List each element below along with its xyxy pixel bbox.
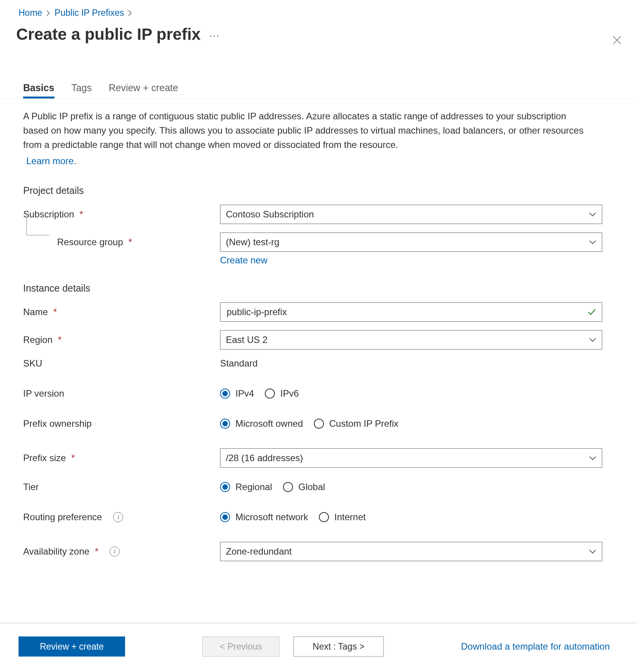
breadcrumb-home[interactable]: Home [19, 8, 42, 18]
label-prefix-size: Prefix size* [0, 453, 220, 463]
close-icon[interactable] [612, 35, 622, 46]
radio-microsoft-owned[interactable]: Microsoft owned [220, 418, 303, 429]
download-template-link[interactable]: Download a template for automation [461, 641, 610, 652]
radio-microsoft-network[interactable]: Microsoft network [220, 512, 308, 523]
next-button[interactable]: Next : Tags > [293, 636, 384, 657]
radio-internet[interactable]: Internet [319, 512, 366, 523]
label-tier: Tier [0, 482, 220, 492]
chevron-down-icon [589, 239, 596, 245]
label-sku: SKU [0, 358, 220, 369]
label-resource-group: Resource group* [0, 237, 220, 248]
label-routing-preference: Routing preference i [0, 512, 220, 523]
footer: Review + create < Previous Next : Tags >… [0, 636, 637, 657]
availability-zone-select[interactable]: Zone-redundant [220, 542, 602, 561]
label-subscription: Subscription* [0, 209, 220, 220]
label-availability-zone: Availability zone* i [0, 546, 220, 557]
prefix-size-select[interactable]: /28 (16 addresses) [220, 448, 602, 468]
radio-global[interactable]: Global [283, 482, 325, 492]
section-project-details: Project details [0, 168, 637, 196]
info-icon[interactable]: i [113, 512, 123, 522]
chevron-right-icon [128, 10, 132, 17]
sku-value: Standard [220, 358, 258, 368]
subscription-select[interactable]: Contoso Subscription [220, 205, 602, 224]
radio-regional[interactable]: Regional [220, 482, 272, 492]
review-create-button[interactable]: Review + create [19, 636, 125, 657]
create-new-link[interactable]: Create new [220, 255, 268, 265]
footer-separator [0, 623, 637, 623]
chevron-down-icon [589, 549, 596, 554]
breadcrumb-parent[interactable]: Public IP Prefixes [54, 8, 124, 18]
tabs: Basics Tags Review + create [0, 44, 637, 98]
description: A Public IP prefix is a range of contigu… [0, 99, 637, 168]
page-title: Create a public IP prefix [16, 25, 201, 44]
tab-review[interactable]: Review + create [108, 82, 178, 98]
label-prefix-ownership: Prefix ownership [0, 418, 220, 429]
tab-basics[interactable]: Basics [23, 82, 54, 98]
label-name: Name* [0, 307, 220, 317]
tab-tags[interactable]: Tags [71, 82, 92, 98]
name-input[interactable] [220, 302, 602, 322]
more-icon[interactable]: ··· [209, 25, 220, 41]
resource-group-select[interactable]: (New) test-rg [220, 232, 602, 252]
info-icon[interactable]: i [110, 546, 120, 557]
radio-ipv4[interactable]: IPv4 [220, 388, 254, 399]
breadcrumb: Home Public IP Prefixes [0, 0, 637, 18]
chevron-down-icon [589, 337, 596, 343]
radio-custom-ip-prefix[interactable]: Custom IP Prefix [314, 418, 399, 429]
label-ip-version: IP version [0, 388, 220, 399]
learn-more-link[interactable]: Learn more. [23, 152, 591, 168]
chevron-down-icon [589, 212, 596, 217]
region-select[interactable]: East US 2 [220, 330, 602, 350]
label-region: Region* [0, 334, 220, 345]
section-instance-details: Instance details [0, 266, 637, 294]
check-icon [587, 308, 596, 316]
previous-button: < Previous [202, 636, 280, 657]
chevron-right-icon [46, 10, 51, 17]
radio-ipv6[interactable]: IPv6 [265, 388, 299, 399]
chevron-down-icon [589, 455, 596, 461]
